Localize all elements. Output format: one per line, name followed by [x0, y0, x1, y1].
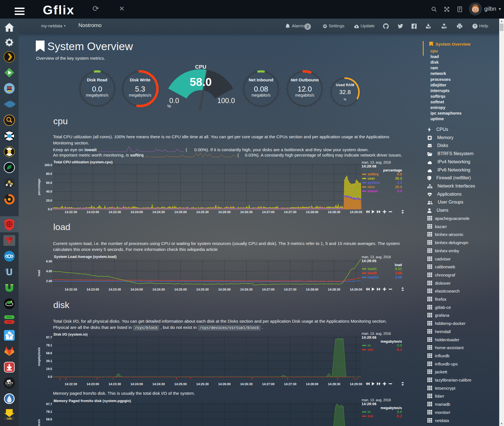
svg-text:librarian: librarian [7, 385, 12, 387]
svg-text:Online: Online [6, 316, 12, 318]
svg-text:?: ? [474, 24, 476, 28]
svg-text:sab: sab [7, 417, 12, 420]
svg-text:Offline: Offline [6, 321, 12, 323]
svg-text:LAZY: LAZY [6, 382, 13, 385]
